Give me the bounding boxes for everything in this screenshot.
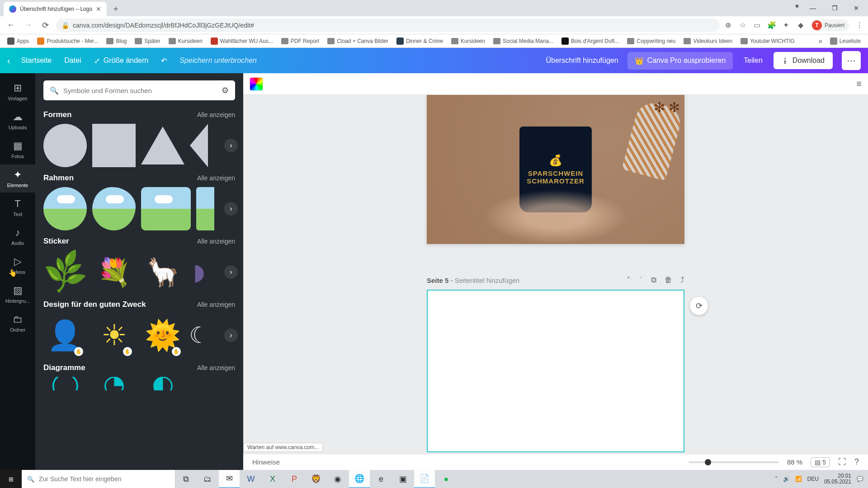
row-next-sticker[interactable]: › bbox=[224, 265, 238, 279]
diagram-item-2[interactable]: ◔ bbox=[92, 377, 136, 390]
page-indicator[interactable]: ▤5 bbox=[811, 457, 830, 467]
window-maximize-button[interactable]: ❐ bbox=[825, 2, 844, 14]
rail-text[interactable]: TText bbox=[0, 193, 35, 221]
add-page-icon[interactable]: ⤴ bbox=[680, 276, 684, 285]
rail-videos[interactable]: ▷Videos bbox=[0, 251, 35, 279]
nav-forward-button[interactable]: → bbox=[22, 19, 34, 32]
bookmark-item[interactable]: Social Media Mana... bbox=[491, 37, 556, 46]
bookmark-item[interactable]: Blog bbox=[104, 37, 129, 46]
rail-uploads[interactable]: ☁Uploads bbox=[0, 107, 35, 135]
browser-menu-icon[interactable]: ⋮ bbox=[855, 21, 863, 29]
page-title-input[interactable]: Seitentitel hinzufügen bbox=[455, 277, 519, 284]
document-title[interactable]: Überschrift hinzufügen bbox=[546, 56, 618, 65]
bookmark-item[interactable]: Kursideen bbox=[166, 37, 205, 46]
more-menu-button[interactable]: ⋯ bbox=[842, 51, 861, 70]
taskbar-search[interactable]: 🔍 bbox=[22, 470, 175, 488]
word-app-icon[interactable]: W bbox=[241, 470, 261, 488]
see-all-sticker[interactable]: Alle anzeigen bbox=[197, 238, 235, 245]
home-button[interactable]: Startseite bbox=[19, 54, 54, 67]
tray-wifi-icon[interactable]: 📶 bbox=[795, 476, 802, 482]
help-icon[interactable]: ? bbox=[854, 457, 859, 467]
bookmark-item[interactable]: Videokurs Ideen bbox=[681, 37, 735, 46]
nav-reload-button[interactable]: ⟳ bbox=[39, 19, 52, 32]
notes-button[interactable]: Hinweise bbox=[252, 458, 280, 466]
frame-circle[interactable] bbox=[43, 187, 87, 230]
diagram-item-1[interactable]: ◯ bbox=[43, 377, 87, 390]
rail-vorlagen[interactable]: ⊞Vorlagen bbox=[0, 78, 35, 106]
notepad-app-icon[interactable]: 📄 bbox=[414, 470, 435, 488]
edge-app-icon[interactable]: e bbox=[371, 470, 392, 488]
new-tab-button[interactable]: + bbox=[109, 3, 122, 15]
shape-partial[interactable] bbox=[190, 124, 208, 167]
page-4-preview[interactable]: ✻ ✻ 💰 SPARSCHWEIN SCHMAROTZER bbox=[427, 95, 684, 244]
rail-elemente[interactable]: ✦Elemente bbox=[0, 164, 35, 192]
taskbar-search-input[interactable] bbox=[39, 475, 170, 483]
refresh-fab-button[interactable]: ⟳ bbox=[690, 297, 708, 315]
bookmark-item[interactable]: Youtube WICHTIG bbox=[738, 37, 797, 46]
brave-app-icon[interactable]: 🦁 bbox=[306, 470, 326, 488]
rail-hintergrund[interactable]: ▨Hintergru... bbox=[0, 280, 35, 308]
frame-rounded[interactable] bbox=[141, 187, 191, 230]
row-next-formen[interactable]: › bbox=[224, 139, 238, 152]
search-input[interactable] bbox=[63, 87, 217, 94]
tray-volume-icon[interactable]: 🔊 bbox=[783, 476, 790, 482]
profile-badge[interactable]: T Pausiert bbox=[811, 19, 849, 31]
rail-audio[interactable]: ♪Audio bbox=[0, 222, 35, 250]
window-close-button[interactable]: ✕ bbox=[846, 2, 866, 14]
excel-app-icon[interactable]: X bbox=[262, 470, 283, 488]
row-next-rahmen[interactable]: › bbox=[224, 202, 238, 216]
diagram-item-3[interactable]: ◐ bbox=[141, 377, 184, 390]
bookmark-item[interactable]: Kursideen bbox=[448, 37, 488, 46]
bookmark-star-icon[interactable]: ☆ bbox=[739, 21, 747, 29]
tray-chevron-icon[interactable]: ˄ bbox=[775, 476, 778, 482]
rail-fotos[interactable]: ▦Fotos bbox=[0, 136, 35, 164]
bookmark-item[interactable]: Produktsuche - Mer... bbox=[34, 36, 101, 46]
shape-square[interactable] bbox=[92, 124, 136, 167]
qrcode-icon[interactable]: ▭ bbox=[753, 21, 761, 29]
powerpoint-app-icon[interactable]: P bbox=[284, 470, 305, 488]
reading-list-button[interactable]: Leseliste bbox=[827, 36, 863, 46]
duplicate-page-icon[interactable]: ⧉ bbox=[651, 276, 656, 285]
file-explorer-icon[interactable]: 🗂 bbox=[197, 470, 218, 488]
app-icon-1[interactable]: ▣ bbox=[392, 470, 413, 488]
apps-button[interactable]: Apps bbox=[5, 36, 32, 46]
undo-button[interactable]: ↶ bbox=[159, 54, 169, 68]
row-next-charity[interactable]: › bbox=[224, 328, 238, 342]
see-all-formen[interactable]: Alle anzeigen bbox=[197, 111, 235, 118]
see-all-diagramme[interactable]: Alle anzeigen bbox=[197, 364, 235, 371]
download-button[interactable]: ⭳ Download bbox=[774, 52, 833, 69]
zoom-icon[interactable]: ⊕ bbox=[724, 21, 732, 29]
address-bar[interactable]: 🔒 canva.com/design/DAEdomzscjl/drBfJHdCo… bbox=[56, 19, 720, 32]
frame-partial[interactable] bbox=[196, 187, 214, 230]
color-picker-button[interactable] bbox=[250, 77, 263, 91]
move-page-up-icon[interactable]: ˄ bbox=[627, 276, 631, 285]
bookmark-item[interactable]: Cload + Canva Bilder bbox=[325, 37, 391, 46]
charity-item-2[interactable]: ☀✋ bbox=[92, 314, 136, 357]
try-pro-button[interactable]: 👑 Canva Pro ausprobieren bbox=[627, 52, 733, 70]
extension-icon-3[interactable]: ◆ bbox=[797, 21, 805, 29]
shape-circle[interactable] bbox=[43, 124, 87, 167]
bookmark-item[interactable]: Dinner & Crime bbox=[394, 36, 446, 46]
bookmark-item[interactable]: Später bbox=[132, 37, 163, 46]
charity-item-3[interactable]: 🌞✋ bbox=[141, 314, 184, 357]
see-all-rahmen[interactable]: Alle anzeigen bbox=[197, 174, 235, 182]
rail-ordner[interactable]: 🗀Ordner bbox=[0, 309, 35, 337]
bookmark-item[interactable]: Bois d'Argent Duft... bbox=[559, 36, 622, 46]
obs-app-icon[interactable]: ◉ bbox=[327, 470, 348, 488]
charity-item-1[interactable]: 👤✋ bbox=[43, 314, 87, 357]
tray-language[interactable]: DEU bbox=[807, 476, 819, 482]
sticker-partial[interactable]: ◗ bbox=[190, 250, 208, 294]
sticker-leaf[interactable]: 🌿 bbox=[43, 250, 87, 294]
account-dot-icon[interactable]: ● bbox=[793, 2, 801, 10]
extension-icon-1[interactable]: 🧩 bbox=[768, 21, 776, 29]
fullscreen-icon[interactable]: ⛶ bbox=[838, 457, 846, 467]
extension-icon-2[interactable]: ✦ bbox=[782, 21, 790, 29]
close-tab-icon[interactable]: ✕ bbox=[96, 5, 101, 13]
filter-icon[interactable]: ⚙ bbox=[222, 85, 229, 95]
sticker-pinata[interactable]: 🦙 bbox=[141, 250, 184, 294]
move-page-down-icon[interactable]: ˅ bbox=[639, 276, 643, 285]
bookmarks-overflow-icon[interactable]: » bbox=[816, 37, 825, 45]
canvas-settings-icon[interactable]: ≡ bbox=[856, 79, 862, 89]
zoom-slider[interactable] bbox=[689, 461, 779, 463]
browser-tab[interactable]: Überschrift hinzufügen – Logo ✕ bbox=[4, 2, 107, 16]
